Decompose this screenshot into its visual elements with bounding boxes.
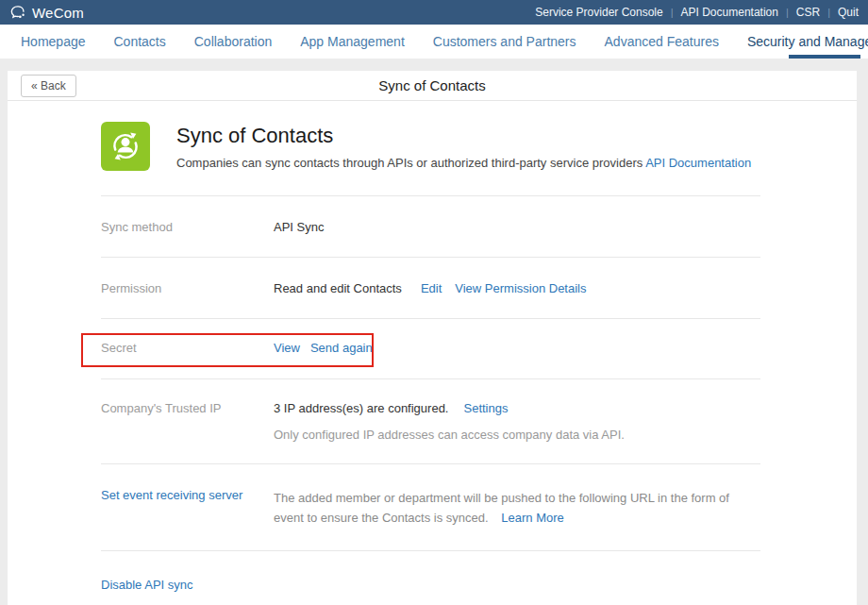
- permission-value: Read and edit Contacts: [274, 281, 402, 295]
- row-permission: Permission Read and edit Contacts Edit V…: [101, 258, 760, 319]
- view-permission-details-link[interactable]: View Permission Details: [455, 281, 586, 295]
- row-event-server: Set event receiving server The added mem…: [101, 464, 760, 551]
- row-disable-api-sync: Disable API sync: [101, 551, 760, 605]
- secret-send-again-link[interactable]: Send again: [310, 341, 373, 355]
- settings-content: Sync of Contacts Companies can sync cont…: [8, 101, 760, 605]
- disable-api-sync-link[interactable]: Disable API sync: [101, 578, 193, 592]
- permission-label: Permission: [101, 281, 274, 295]
- main-nav: Homepage Contacts Collaboration App Mana…: [0, 25, 868, 59]
- learn-more-link[interactable]: Learn More: [501, 511, 563, 525]
- separator: |: [671, 7, 674, 18]
- wecom-logo-icon: [9, 4, 26, 21]
- nav-item-homepage[interactable]: Homepage: [21, 25, 86, 59]
- row-sync-method: Sync method API Sync: [101, 196, 760, 258]
- page-title: Sync of Contacts: [8, 77, 857, 93]
- top-link-quit[interactable]: Quit: [838, 6, 859, 19]
- nav-item-collaboration[interactable]: Collaboration: [194, 25, 273, 59]
- back-button[interactable]: « Back: [21, 75, 76, 97]
- trusted-ip-label: Company's Trusted IP: [101, 401, 274, 442]
- event-server-description: The added member or department will be p…: [274, 488, 755, 528]
- nav-item-advanced-features[interactable]: Advanced Features: [605, 25, 719, 59]
- secret-label: Secret: [101, 341, 274, 355]
- api-documentation-link[interactable]: API Documentation: [645, 156, 751, 170]
- row-secret: Secret View Send again: [101, 319, 760, 379]
- secret-view-link[interactable]: View: [274, 341, 300, 355]
- top-link-csr[interactable]: CSR: [796, 6, 820, 19]
- trusted-ip-note: Only configured IP addresses can access …: [274, 428, 760, 442]
- separator: |: [786, 7, 789, 18]
- hero-section: Sync of Contacts Companies can sync cont…: [101, 101, 760, 196]
- trusted-ip-value: 3 IP address(es) are configured.: [274, 401, 448, 415]
- top-link-api-documentation[interactable]: API Documentation: [681, 6, 778, 19]
- hero-text: Sync of Contacts Companies can sync cont…: [176, 122, 751, 171]
- set-event-server-link[interactable]: Set event receiving server: [101, 488, 242, 502]
- nav-item-security-and-management[interactable]: Security and Management: [747, 25, 868, 59]
- nav-item-customers-and-partners[interactable]: Customers and Partners: [433, 25, 576, 59]
- sync-method-value: API Sync: [274, 220, 324, 234]
- top-bar: WeCom Service Provider Console | API Doc…: [0, 0, 868, 25]
- row-trusted-ip: Company's Trusted IP 3 IP address(es) ar…: [101, 379, 760, 464]
- trusted-ip-settings-link[interactable]: Settings: [463, 401, 508, 415]
- sync-contacts-icon: [101, 122, 150, 171]
- hero-subtitle-text: Companies can sync contacts through APIs…: [176, 156, 643, 170]
- nav-item-app-management[interactable]: App Management: [300, 25, 405, 59]
- sub-header: « Back Sync of Contacts: [8, 71, 857, 101]
- sync-method-label: Sync method: [101, 220, 274, 234]
- wecom-brand: WeCom: [9, 4, 84, 21]
- top-menu: Service Provider Console | API Documenta…: [535, 6, 859, 19]
- nav-item-contacts[interactable]: Contacts: [114, 25, 166, 59]
- content-panel: « Back Sync of Contacts Sync: [8, 71, 857, 605]
- permission-edit-link[interactable]: Edit: [421, 281, 442, 295]
- separator: |: [827, 7, 830, 18]
- hero-title: Sync of Contacts: [176, 124, 751, 148]
- hero-subtitle: Companies can sync contacts through APIs…: [176, 156, 751, 170]
- top-link-service-provider-console[interactable]: Service Provider Console: [535, 6, 662, 19]
- brand-name: WeCom: [32, 5, 84, 21]
